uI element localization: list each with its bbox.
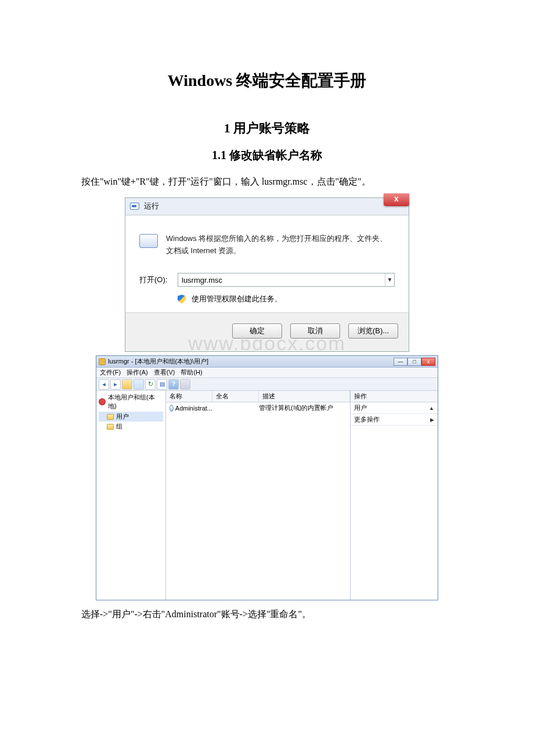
menu-file[interactable]: 文件(F) [100,368,121,377]
run-app-icon [130,203,139,210]
menu-help[interactable]: 帮助(H) [181,368,202,377]
dropdown-arrow-icon[interactable]: ▼ [385,273,394,286]
open-input[interactable] [178,276,385,285]
mmc-titlebar[interactable]: lusrmgr - [本地用户和组(本地)\用户] — □ x [96,356,438,368]
column-description[interactable]: 描述 [259,391,350,402]
users-groups-root-icon [99,398,106,405]
browse-button[interactable]: 浏览(B)... [348,323,398,339]
open-label: 打开(O): [139,275,173,285]
actions-more[interactable]: 更多操作 ▶ [351,414,438,426]
user-name-cell: Administrat... [175,405,212,412]
section-1-1-heading: 1.1 修改缺省帐户名称 [81,147,453,163]
run-dialog-icon [139,234,158,248]
tree-users-label: 用户 [116,412,129,421]
user-fullname-cell [212,404,259,412]
tree-groups-label: 组 [116,422,122,431]
paragraph-2: 选择->"用户"->右击"Administrator"账号->选择"重命名"。 [81,606,453,623]
doc-title: Windows 终端安全配置手册 [81,70,453,92]
mmc-menubar: 文件(F) 操作(A) 查看(V) 帮助(H) [96,368,438,378]
close-button[interactable]: x [384,193,409,206]
show-hide-tree-icon[interactable] [134,379,144,390]
mmc-toolbar [96,378,438,391]
up-folder-icon[interactable] [122,379,132,390]
actions-more-label: 更多操作 [354,415,380,424]
mmc-title-text: lusrmgr - [本地用户和组(本地)\用户] [108,357,208,366]
actions-section-users[interactable]: 用户 ▲ [351,402,438,414]
actions-users-label: 用户 [354,404,367,412]
column-fullname[interactable]: 全名 [212,391,259,402]
user-desc-cell: 管理计算机(域)的内置帐户 [259,404,350,412]
mmc-app-icon [99,358,106,365]
tree-root[interactable]: 本地用户和组(本地) [99,393,163,411]
admin-privilege-text: 使用管理权限创建此任务。 [192,294,282,304]
mmc-close-button[interactable]: x [421,358,435,366]
tree-item-users[interactable]: 用户 [99,412,163,422]
minimize-button[interactable]: — [394,358,407,366]
properties-icon[interactable] [180,379,190,390]
tree-pane: 本地用户和组(本地) 用户 组 [96,391,166,600]
list-item[interactable]: Administrat... 管理计算机(域)的内置帐户 [166,402,350,413]
collapse-arrow-icon: ▲ [429,405,434,411]
cancel-button[interactable]: 取消 [290,323,340,339]
refresh-icon[interactable] [145,379,156,390]
expand-arrow-icon: ▶ [430,417,434,423]
user-icon [169,405,174,412]
menu-action[interactable]: 操作(A) [127,368,148,377]
paragraph-1: 按住"win"键+"R"键，打开"运行"窗口，输入 lusrmgr.msc，点击… [81,174,453,190]
section-1-heading: 1 用户账号策略 [81,120,453,137]
tree-root-label: 本地用户和组(本地) [108,393,163,411]
open-combobox[interactable]: ▼ [178,273,395,287]
actions-pane: 操作 用户 ▲ 更多操作 ▶ [351,391,438,600]
list-pane: 名称 全名 描述 Administrat... 管理计算机(域)的内置帐户 [166,391,351,600]
run-titlebar[interactable]: 运行 x [125,198,409,215]
folder-icon [107,424,114,430]
run-title-text: 运行 [144,201,159,211]
run-dialog: 运行 x Windows 将根据您所输入的名称，为您打开相应的程序、文件夹、文档… [125,197,409,352]
tree-item-groups[interactable]: 组 [99,422,163,431]
help-icon[interactable] [168,379,179,390]
forward-icon[interactable] [110,379,121,390]
menu-view[interactable]: 查看(V) [154,368,175,377]
uac-shield-icon [178,294,186,304]
folder-icon [107,414,114,420]
column-name[interactable]: 名称 [166,391,212,402]
ok-button[interactable]: 确定 [232,323,282,339]
back-icon[interactable] [99,379,109,390]
lusrmgr-window: lusrmgr - [本地用户和组(本地)\用户] — □ x 文件(F) 操作… [96,355,438,600]
export-list-icon[interactable] [157,379,167,390]
run-description: Windows 将根据您所输入的名称，为您打开相应的程序、文件夹、文档或 Int… [166,233,395,257]
actions-header: 操作 [351,391,438,402]
maximize-button[interactable]: □ [407,358,421,366]
